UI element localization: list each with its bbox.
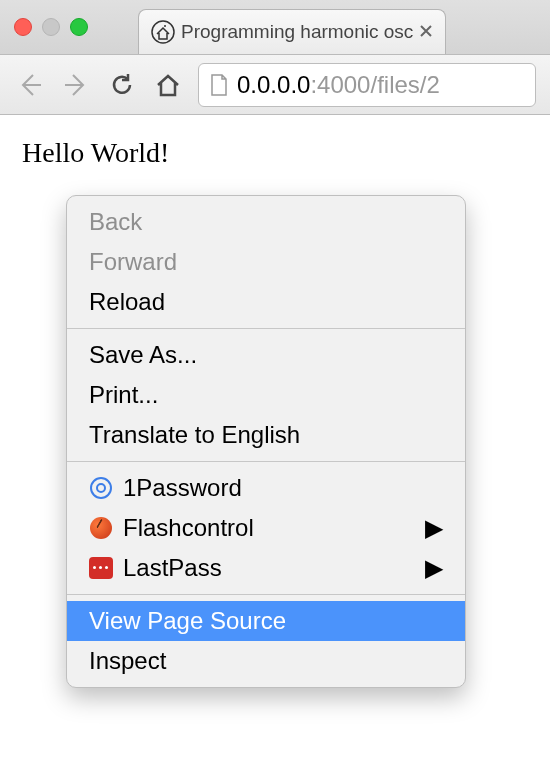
- page-content: Hello World!: [0, 115, 550, 191]
- window-title-bar: Programming harmonic osc: [0, 0, 550, 55]
- chevron-right-icon: ▶: [425, 554, 443, 582]
- menu-separator: [67, 594, 465, 595]
- menu-item-lastpass[interactable]: LastPass ▶: [67, 548, 465, 588]
- fullscreen-window-button[interactable]: [70, 18, 88, 36]
- minimize-window-button[interactable]: [42, 18, 60, 36]
- browser-tab[interactable]: Programming harmonic osc: [138, 9, 446, 54]
- lastpass-icon: [89, 556, 113, 580]
- menu-separator: [67, 461, 465, 462]
- context-menu: Back Forward Reload Save As... Print... …: [66, 195, 466, 688]
- svg-point-1: [164, 25, 166, 27]
- browser-toolbar: 0.0.0.0:4000/files/2: [0, 55, 550, 115]
- house-icon: [151, 20, 175, 44]
- tab-title: Programming harmonic osc: [181, 21, 413, 43]
- menu-item-save-as[interactable]: Save As...: [67, 335, 465, 375]
- 1password-icon: [89, 476, 113, 500]
- url-path: :4000/files/2: [310, 71, 439, 98]
- url-text: 0.0.0.0:4000/files/2: [237, 71, 440, 99]
- address-bar[interactable]: 0.0.0.0:4000/files/2: [198, 63, 536, 107]
- menu-item-reload[interactable]: Reload: [67, 282, 465, 322]
- menu-item-flashcontrol[interactable]: Flashcontrol ▶: [67, 508, 465, 548]
- menu-item-inspect[interactable]: Inspect: [67, 641, 465, 681]
- menu-separator: [67, 328, 465, 329]
- home-button[interactable]: [152, 69, 184, 101]
- close-window-button[interactable]: [14, 18, 32, 36]
- page-body-text: Hello World!: [22, 137, 169, 168]
- window-controls: [14, 18, 88, 36]
- menu-item-forward[interactable]: Forward: [67, 242, 465, 282]
- reload-button[interactable]: [106, 69, 138, 101]
- menu-item-view-source[interactable]: View Page Source: [67, 601, 465, 641]
- chevron-right-icon: ▶: [425, 514, 443, 542]
- file-icon: [209, 73, 229, 97]
- url-host: 0.0.0.0: [237, 71, 310, 98]
- menu-item-1password[interactable]: 1Password: [67, 468, 465, 508]
- flashcontrol-icon: [89, 516, 113, 540]
- menu-item-print[interactable]: Print...: [67, 375, 465, 415]
- forward-button[interactable]: [60, 69, 92, 101]
- menu-item-translate[interactable]: Translate to English: [67, 415, 465, 455]
- close-tab-button[interactable]: [419, 22, 433, 43]
- back-button[interactable]: [14, 69, 46, 101]
- menu-item-back[interactable]: Back: [67, 202, 465, 242]
